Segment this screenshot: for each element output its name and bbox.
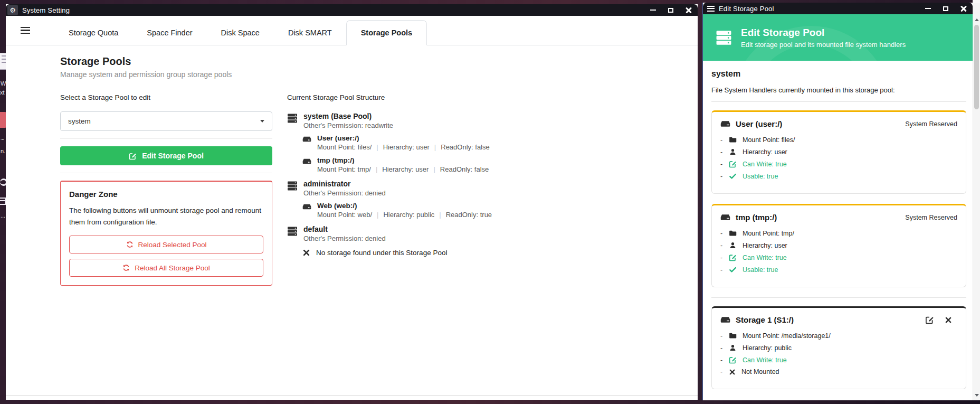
divider <box>60 138 272 139</box>
divider <box>60 173 272 173</box>
tab-disk-smart[interactable]: Disk SMART <box>274 21 346 45</box>
folder-icon <box>729 332 737 340</box>
handler-details: Mount Point: web/Hierarchy: publicReadOn… <box>317 211 492 219</box>
handler-card-tmp: tmp (tmp:/) System Reserved Mount Point:… <box>711 204 966 287</box>
header-subtitle: Edit storage pool and its mounted file s… <box>741 41 906 49</box>
window-title: Edit Storage Pool <box>719 5 774 13</box>
hdd-icon <box>720 212 730 222</box>
edit-icon <box>729 253 737 261</box>
remove-handler-button[interactable] <box>945 316 952 324</box>
storage-pool-select[interactable]: system <box>60 111 272 131</box>
maximize-icon <box>943 6 948 11</box>
server-icon <box>716 30 732 46</box>
x-icon <box>729 369 736 375</box>
system-reserved-badge: System Reserved <box>905 120 957 128</box>
usable-row: Usable: true <box>720 266 957 274</box>
scroll-down-arrow[interactable] <box>973 391 980 399</box>
reload-all-storage-pool-button[interactable]: Reload All Storage Pool <box>69 259 263 277</box>
system-setting-window: ⚙ System Setting Storage Quota Space Fin… <box>6 4 698 400</box>
scrollbar-thumb[interactable] <box>974 25 979 109</box>
hdd-icon <box>302 135 311 144</box>
check-icon <box>729 266 737 274</box>
menu-hamburger-icon[interactable] <box>13 25 41 35</box>
hierarchy-row: Hierarchy: public <box>720 344 957 352</box>
minimize-button[interactable] <box>644 4 662 16</box>
refresh-icon <box>126 241 134 248</box>
edit-handler-button[interactable] <box>925 315 934 324</box>
scrollbar[interactable] <box>973 3 980 400</box>
storage-pool-structure: Current Storage Pool Structure system (B… <box>287 93 583 263</box>
minimize-icon <box>925 8 931 9</box>
divider <box>711 297 966 298</box>
edit-icon <box>729 356 737 364</box>
tab-storage-quota[interactable]: Storage Quota <box>54 21 132 45</box>
handler-card-title: User (user:/) <box>736 119 782 128</box>
close-button[interactable] <box>955 3 973 14</box>
tab-storage-pools[interactable]: Storage Pools <box>346 20 427 45</box>
edit-pool-content: system File System Handlers currently mo… <box>703 61 973 400</box>
mount-point-row: Mount Point: files/ <box>720 136 957 144</box>
background-window-corner <box>973 0 980 3</box>
tree-handler-tmp: tmp (tmp:/) Mount Point: tmp/Hierarchy: … <box>302 156 583 173</box>
page-title: Storage Pools <box>60 55 232 68</box>
user-icon <box>729 344 737 352</box>
reload-selected-pool-button[interactable]: Reload Selected Pool <box>69 236 263 253</box>
handler-name: User (user:/) <box>317 134 490 142</box>
tab-disk-space[interactable]: Disk Space <box>207 21 274 45</box>
pool-name: administrator <box>303 180 386 188</box>
system-reserved-badge: System Reserved <box>905 214 957 221</box>
maximize-button[interactable] <box>937 3 955 14</box>
server-icon <box>287 181 298 191</box>
tree-pool-administrator: administrator Other's Permission: denied… <box>287 180 583 219</box>
settings-tabbar: Storage Quota Space Finder Disk Space Di… <box>6 16 698 45</box>
close-button[interactable] <box>680 4 698 16</box>
can-write-row: Can Write: true <box>720 253 957 261</box>
header-title: Edit Storage Pool <box>741 27 906 39</box>
danger-zone-title: Danger Zone <box>69 190 263 199</box>
handler-card-storage1: Storage 1 (S1:/) Mount Point: /media/sto… <box>711 306 966 389</box>
scroll-up-arrow[interactable] <box>973 15 980 24</box>
desktop-icon-label: n. <box>1 148 5 154</box>
maximize-button[interactable] <box>662 4 680 16</box>
folder-icon <box>729 229 737 237</box>
hdd-icon <box>302 157 311 166</box>
minimize-button[interactable] <box>919 3 937 14</box>
edit-icon <box>129 152 137 160</box>
handler-name: tmp (tmp:/) <box>317 156 489 164</box>
can-write-row: Can Write: true <box>720 356 957 364</box>
hdd-icon <box>720 315 730 325</box>
handlers-description: File System Handlers currently mounted i… <box>711 86 966 94</box>
pool-name: system (Base Pool) <box>303 112 393 120</box>
current-pool-name: system <box>711 69 966 79</box>
can-write-row: Can Write: true <box>720 160 957 168</box>
close-icon <box>960 5 967 12</box>
menu-hamburger-icon[interactable] <box>707 4 715 13</box>
hierarchy-row: Hierarchy: user <box>720 241 957 249</box>
close-icon <box>686 7 692 13</box>
tree-pool-default: default Other's Permission: denied No st… <box>287 225 583 257</box>
handler-card-title: tmp (tmp:/) <box>736 213 777 222</box>
hdd-icon <box>302 202 311 211</box>
refresh-icon <box>122 264 130 271</box>
desktop-icon-label: ... <box>1 212 5 219</box>
pool-name: default <box>303 225 386 233</box>
not-mounted-row: Not Mounted <box>720 368 957 375</box>
edit-storage-pool-button[interactable]: Edit Storage Pool <box>60 146 272 165</box>
tab-space-finder[interactable]: Space Finder <box>132 21 206 45</box>
gear-icon: ⚙ <box>7 5 18 15</box>
mount-point-row: Mount Point: /media/storage1/ <box>720 332 957 340</box>
empty-pool-message: No storage found under this Storage Pool <box>316 249 447 257</box>
danger-zone-card: Danger Zone The following buttons will u… <box>60 181 272 286</box>
pool-permission: Other's Permission: denied <box>303 189 386 197</box>
desktop-icon-label: W <box>1 80 6 87</box>
select-pool-label: Select a Storage Pool to edit <box>60 93 272 101</box>
check-icon <box>729 172 737 180</box>
user-icon <box>729 241 737 249</box>
page-subtitle: Manage system and permission group stora… <box>60 70 232 79</box>
server-icon <box>287 113 298 124</box>
tree-pool-system: system (Base Pool) Other's Permission: r… <box>287 112 583 173</box>
window-footer <box>6 395 698 400</box>
mount-point-row: Mount Point: tmp/ <box>720 229 957 237</box>
maximize-icon <box>668 8 673 13</box>
handler-details: Mount Point: files/Hierarchy: userReadOn… <box>317 143 490 151</box>
